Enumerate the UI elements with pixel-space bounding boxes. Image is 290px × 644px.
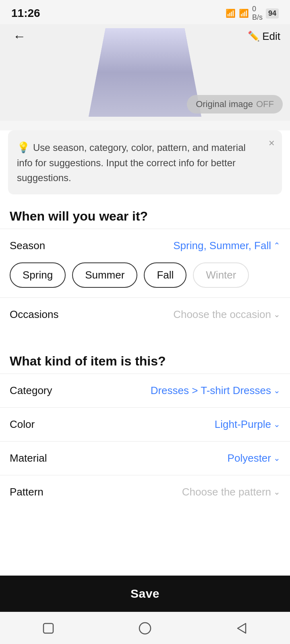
edit-icon: ✏️ [248, 31, 260, 42]
status-bar: 11:26 📶 📶 0B/s 94 [0, 0, 290, 24]
material-chevron-icon: ⌄ [273, 453, 280, 463]
tip-banner: 💡Use season, category, color, pattern, a… [8, 130, 282, 194]
chip-winter[interactable]: Winter [193, 262, 249, 288]
material-label: Material [10, 452, 47, 464]
edit-button[interactable]: ✏️ Edit [248, 30, 280, 43]
pattern-value[interactable]: Choose the pattern ⌄ [182, 486, 280, 498]
tip-emoji: 💡 [17, 141, 30, 153]
tip-text: 💡Use season, category, color, pattern, a… [17, 139, 273, 186]
when-section-heading: When will you wear it? [0, 194, 290, 229]
original-image-state: OFF [256, 99, 274, 109]
season-label: Season [10, 239, 45, 252]
top-nav: ← ✏️ Edit [0, 24, 290, 48]
bottom-nav [0, 612, 290, 644]
original-image-label: Original image [196, 99, 253, 109]
save-button[interactable]: Save [130, 587, 160, 601]
nav-back-button[interactable] [230, 616, 254, 640]
color-chevron-icon: ⌄ [273, 419, 280, 429]
svg-point-1 [139, 623, 151, 634]
color-label: Color [10, 418, 35, 431]
data-speed: 0B/s [252, 5, 263, 22]
original-image-toggle[interactable]: Original image OFF [187, 95, 283, 114]
what-section-heading: What kind of item is this? [0, 339, 290, 374]
back-arrow-icon: ← [13, 30, 26, 43]
back-button[interactable]: ← [10, 27, 29, 46]
status-time: 11:26 [11, 7, 40, 20]
pattern-chevron-icon: ⌄ [273, 487, 280, 497]
pattern-row[interactable]: Pattern Choose the pattern ⌄ [0, 475, 290, 509]
season-chips: Spring Summer Fall Winter [0, 262, 290, 297]
color-row[interactable]: Color Light-Purple ⌄ [0, 407, 290, 441]
battery-icon: 94 [266, 8, 279, 19]
category-chevron-icon: ⌄ [273, 386, 280, 395]
wifi-icon: 📶 [226, 8, 236, 18]
occasions-value[interactable]: Choose the occasion ⌄ [173, 308, 280, 321]
category-row[interactable]: Category Dresses > T-shirt Dresses ⌄ [0, 374, 290, 407]
occasions-label: Occasions [10, 308, 58, 321]
main-content: 💡Use season, category, color, pattern, a… [0, 130, 290, 589]
season-row[interactable]: Season Spring, Summer, Fall ⌃ [0, 229, 290, 262]
svg-marker-2 [238, 623, 246, 633]
status-icons: 📶 📶 0B/s 94 [226, 5, 279, 22]
chip-fall[interactable]: Fall [144, 262, 186, 288]
season-value[interactable]: Spring, Summer, Fall ⌃ [173, 239, 280, 252]
pattern-label: Pattern [10, 486, 44, 498]
category-value[interactable]: Dresses > T-shirt Dresses ⌄ [151, 384, 280, 397]
signal-icon: 📶 [239, 8, 249, 18]
color-value[interactable]: Light-Purple ⌄ [215, 418, 280, 431]
chip-spring[interactable]: Spring [10, 262, 66, 288]
category-label: Category [10, 384, 52, 397]
nav-square-button[interactable] [36, 616, 60, 640]
edit-label: Edit [262, 30, 280, 43]
chip-summer[interactable]: Summer [72, 262, 137, 288]
material-value[interactable]: Polyester ⌄ [228, 452, 280, 464]
season-chevron-icon: ⌃ [273, 241, 280, 250]
svg-rect-0 [44, 623, 53, 633]
nav-home-button[interactable] [133, 616, 157, 640]
material-row[interactable]: Material Polyester ⌄ [0, 441, 290, 475]
save-bar[interactable]: Save [0, 576, 290, 612]
occasions-row[interactable]: Occasions Choose the occasion ⌄ [0, 297, 290, 331]
tip-close-button[interactable]: × [269, 138, 275, 148]
occasions-chevron-icon: ⌄ [273, 310, 280, 319]
